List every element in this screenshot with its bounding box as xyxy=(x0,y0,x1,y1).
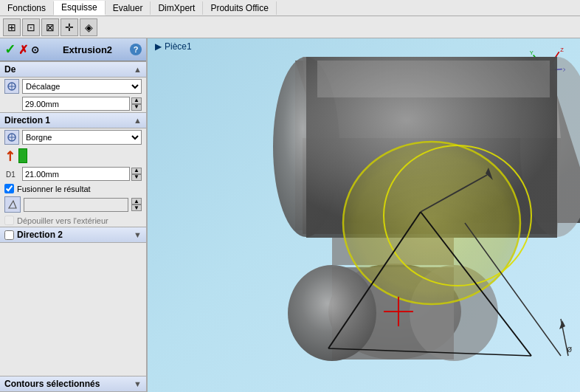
contours-label: Contours sélectionnés xyxy=(4,379,100,389)
contours-section-header: Contours sélectionnés ▼ xyxy=(0,376,146,392)
svg-marker-22 xyxy=(317,61,550,97)
menu-esquisse[interactable]: Esquisse xyxy=(54,1,106,16)
de-dropdown-row: Décalage xyxy=(0,78,146,95)
depth-input[interactable] xyxy=(22,167,130,181)
main-layout: ✓ ✗ ⊙ Extrusion2 ? De ▲ Décalage xyxy=(0,38,580,392)
panel-header-actions: ✓ ✗ ⊙ xyxy=(4,41,39,58)
green-depth-bar xyxy=(18,148,27,163)
merge-checkbox[interactable] xyxy=(4,184,14,193)
direction2-collapse-btn[interactable]: ▼ xyxy=(134,230,142,239)
svg-marker-6 xyxy=(9,201,16,208)
cancel-button[interactable]: ✗ xyxy=(18,43,28,57)
depth-spinner: ▲ ▼ xyxy=(131,168,142,181)
svg-point-28 xyxy=(343,142,520,304)
de-dropdown[interactable]: Décalage xyxy=(22,79,142,94)
offset-input[interactable] xyxy=(22,97,130,111)
direction1-dropdown-row: Borgne Borgne-2 dir. Intermédiaire Trave… xyxy=(0,128,146,146)
offset-spinner: ▲ ▼ xyxy=(131,97,142,111)
d1-label: D1 xyxy=(6,171,15,179)
cycle-button[interactable]: ⊙ xyxy=(31,44,39,55)
direction1-visual-row: ↗ xyxy=(0,146,146,165)
draft-checkbox[interactable] xyxy=(4,216,14,225)
menu-dimxpert[interactable]: DimXpert xyxy=(151,1,203,15)
toolbar-btn-2[interactable]: ⊡ xyxy=(22,18,40,36)
depth-down-btn[interactable]: ▼ xyxy=(131,174,142,181)
draft-row: Dépouiller vers l'extérieur xyxy=(0,214,146,227)
panel-title: Extrusion2 xyxy=(63,44,112,55)
menu-evaluer[interactable]: Evaluer xyxy=(106,1,151,15)
direction1-dropdown[interactable]: Borgne Borgne-2 dir. Intermédiaire Trave… xyxy=(22,130,142,145)
taper-spinner: ▲ ▼ xyxy=(131,198,142,211)
merge-label: Fusionner le résultat xyxy=(17,185,91,193)
taper-input[interactable] xyxy=(24,198,128,212)
taper-down-btn[interactable]: ▼ xyxy=(131,204,142,211)
menu-bar: Fonctions Esquisse Evaluer DimXpert Prod… xyxy=(0,0,580,16)
contours-collapse-btn[interactable]: ▼ xyxy=(134,379,142,388)
de-collapse-btn[interactable]: ▲ xyxy=(134,65,142,74)
direction1-label: Direction 1 xyxy=(4,115,50,125)
toolbar-btn-3[interactable]: ⊠ xyxy=(41,18,59,36)
toolbar: ⊞ ⊡ ⊠ ✛ ◈ xyxy=(0,16,580,38)
toolbar-btn-4[interactable]: ✛ xyxy=(61,18,78,36)
menu-fonctions[interactable]: Fonctions xyxy=(0,1,54,15)
taper-icon-btn[interactable] xyxy=(4,196,21,213)
direction1-icon-btn[interactable] xyxy=(4,130,19,145)
direction2-section-header: Direction 2 ▼ xyxy=(0,227,146,243)
toolbar-btn-5[interactable]: ◈ xyxy=(80,18,97,36)
taper-up-btn[interactable]: ▲ xyxy=(131,198,142,204)
svg-text:ø: ø xyxy=(567,344,573,354)
de-icon-btn[interactable] xyxy=(4,79,19,94)
left-panel: ✓ ✗ ⊙ Extrusion2 ? De ▲ Décalage xyxy=(0,38,148,392)
confirm-button[interactable]: ✓ xyxy=(4,41,15,58)
draft-label: Dépouiller vers l'extérieur xyxy=(17,216,108,225)
viewport[interactable]: ▶ Pièce1 Z Y X xyxy=(148,38,580,392)
menu-produits-office[interactable]: Produits Office xyxy=(203,1,276,15)
offset-input-row: ▲ ▼ xyxy=(0,95,146,112)
depth-input-row: D1 ▲ ▼ xyxy=(0,165,146,182)
offset-down-btn[interactable]: ▼ xyxy=(131,104,142,111)
toolbar-btn-1[interactable]: ⊞ xyxy=(3,18,21,36)
direction1-collapse-btn[interactable]: ▲ xyxy=(134,116,142,125)
direction1-section-header: Direction 1 ▲ xyxy=(0,112,146,128)
3d-scene: ø xyxy=(148,38,580,392)
direction2-label-group: Direction 2 xyxy=(4,230,63,240)
panel-header: ✓ ✗ ⊙ Extrusion2 ? xyxy=(0,38,146,61)
direction-arrow-icon: ↗ xyxy=(0,146,19,165)
de-label: De xyxy=(4,64,15,75)
svg-point-25 xyxy=(288,265,376,361)
help-button[interactable]: ? xyxy=(130,44,142,55)
merge-row: Fusionner le résultat xyxy=(0,182,146,195)
direction2-checkbox[interactable] xyxy=(4,230,14,240)
taper-row: ▲ ▼ xyxy=(0,195,146,214)
direction2-label: Direction 2 xyxy=(17,230,63,240)
de-section-header: De ▲ xyxy=(0,61,146,78)
